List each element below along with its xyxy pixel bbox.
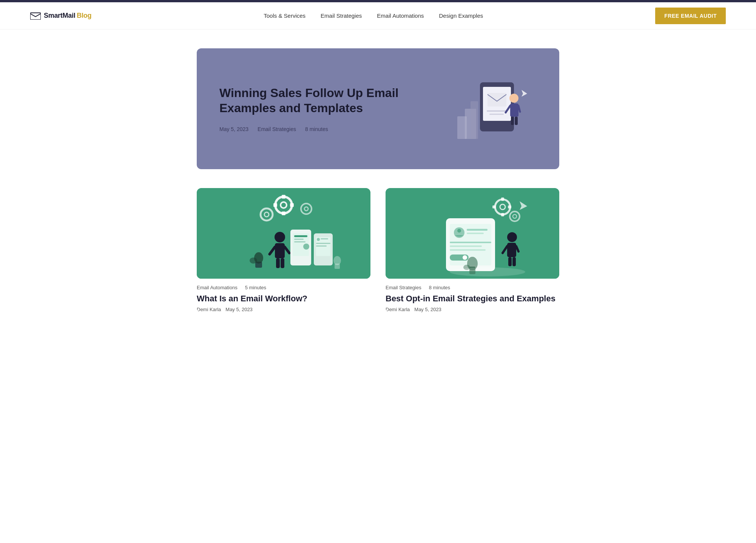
svg-point-24	[275, 232, 285, 242]
svg-rect-4	[487, 110, 507, 112]
svg-rect-25	[275, 243, 285, 258]
svg-rect-10	[511, 117, 514, 125]
svg-rect-74	[512, 257, 516, 266]
svg-rect-52	[501, 197, 504, 201]
svg-point-46	[333, 256, 341, 265]
svg-point-78	[450, 267, 525, 276]
nav-tools-services[interactable]: Tools & Services	[264, 12, 305, 19]
nav-email-automations[interactable]: Email Automations	[377, 12, 424, 19]
hero-card[interactable]: Winning Sales Follow Up Email Examples a…	[197, 48, 559, 169]
article-author-date-1: Demi Karla May 5, 2023	[197, 307, 370, 312]
svg-rect-63	[467, 233, 484, 234]
logo-icon	[30, 12, 41, 20]
logo-link[interactable]: SmartMailBlog	[30, 12, 91, 20]
article-category-2: Email Strategies	[386, 285, 421, 290]
article-read-time-2: 8 minutes	[429, 285, 450, 290]
svg-point-35	[303, 244, 309, 250]
svg-rect-7	[510, 103, 518, 117]
article-image-1	[197, 188, 370, 279]
svg-rect-22	[273, 203, 277, 207]
hero-read-time: 8 minutes	[305, 126, 328, 132]
article-card-1[interactable]: Email Automations 5 minutes What Is an E…	[197, 188, 370, 312]
free-email-audit-button[interactable]: FREE EMAIL AUDIT	[655, 8, 726, 24]
svg-rect-29	[281, 258, 284, 268]
nav-design-examples[interactable]: Design Examples	[439, 12, 483, 19]
svg-rect-3	[488, 93, 506, 106]
svg-line-9	[518, 106, 520, 112]
svg-point-68	[463, 255, 467, 260]
article-date-1: May 5, 2023	[225, 307, 253, 312]
article-read-time-1: 5 minutes	[245, 285, 266, 290]
svg-rect-66	[450, 249, 486, 251]
main-content: Winning Sales Follow Up Email Examples a…	[189, 29, 567, 335]
svg-rect-5	[489, 114, 504, 115]
svg-rect-54	[492, 205, 496, 208]
svg-point-69	[507, 232, 517, 242]
svg-point-6	[509, 94, 518, 103]
svg-rect-70	[507, 243, 516, 257]
svg-rect-34	[294, 241, 305, 242]
hero-date: May 5, 2023	[219, 126, 248, 132]
svg-rect-13	[471, 101, 478, 139]
svg-rect-21	[282, 211, 285, 215]
hero-meta: May 5, 2023 Email Strategies 8 minutes	[219, 126, 401, 132]
svg-rect-23	[290, 203, 294, 207]
svg-rect-53	[501, 213, 504, 216]
svg-rect-73	[508, 257, 512, 266]
article-image-2	[386, 188, 559, 279]
svg-rect-39	[321, 238, 328, 239]
svg-rect-33	[294, 239, 304, 240]
svg-rect-65	[450, 245, 482, 247]
article-card-2[interactable]: Email Strategies 8 minutes Best Opt-in E…	[386, 188, 559, 312]
svg-rect-28	[276, 258, 280, 268]
svg-point-61	[457, 229, 461, 233]
hero-category: Email Strategies	[258, 126, 296, 132]
main-nav: Tools & Services Email Strategies Email …	[264, 12, 483, 19]
article-author-2: Demi Karla	[386, 307, 410, 312]
article-author-1: Demi Karla	[197, 307, 221, 312]
svg-point-44	[250, 258, 257, 264]
articles-grid: Email Automations 5 minutes What Is an E…	[197, 188, 559, 312]
article-category-1: Email Automations	[197, 285, 238, 290]
svg-rect-41	[316, 245, 327, 247]
logo-brand-text: SmartMail	[44, 12, 75, 20]
hero-content: Winning Sales Follow Up Email Examples a…	[219, 85, 401, 132]
svg-rect-62	[467, 229, 488, 231]
svg-rect-55	[508, 205, 511, 208]
hero-title: Winning Sales Follow Up Email Examples a…	[219, 85, 401, 116]
site-header: SmartMailBlog Tools & Services Email Str…	[0, 2, 756, 29]
svg-rect-40	[316, 243, 330, 244]
svg-point-38	[317, 238, 320, 241]
article-title-2: Best Opt-in Email Strategies and Example…	[386, 293, 559, 304]
svg-rect-20	[282, 195, 285, 199]
article-meta-1: Email Automations 5 minutes	[197, 285, 370, 290]
logo-suffix-text: Blog	[77, 12, 91, 20]
svg-rect-32	[294, 235, 307, 237]
article-date-2: May 5, 2023	[414, 307, 441, 312]
svg-rect-11	[515, 117, 518, 125]
article-title-1: What Is an Email Workflow?	[197, 293, 370, 304]
hero-illustration	[454, 71, 537, 147]
nav-email-strategies[interactable]: Email Strategies	[321, 12, 362, 19]
article-author-date-2: Demi Karla May 5, 2023	[386, 307, 559, 312]
svg-rect-14	[457, 116, 467, 139]
svg-rect-64	[450, 242, 491, 243]
article-meta-2: Email Strategies 8 minutes	[386, 285, 559, 290]
